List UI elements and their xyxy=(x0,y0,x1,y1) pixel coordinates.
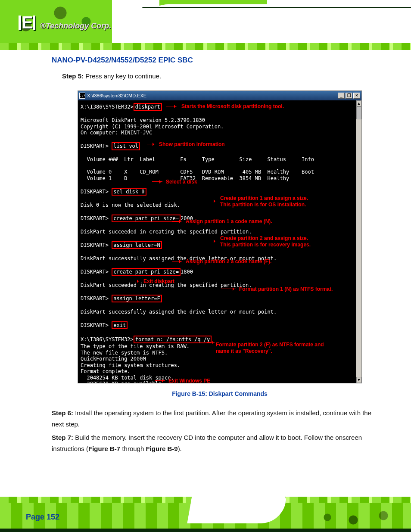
box-create1: create part pri size= xyxy=(112,215,181,223)
arrow-icon xyxy=(152,181,162,182)
header-thin-line xyxy=(142,7,411,8)
arrow-icon xyxy=(207,342,215,342)
scrollbar[interactable]: ▲ ▼ xyxy=(356,100,361,383)
arrow-icon xyxy=(147,144,156,144)
arrow-icon xyxy=(155,380,165,381)
box-format1: format n: /fs:ntfs /q /y xyxy=(134,336,212,344)
arrow-icon xyxy=(221,289,236,289)
annotation-exit-pe: Exit Windows PE xyxy=(168,378,210,383)
step-7-label: Step 7: xyxy=(52,434,73,441)
annotation-exit-diskpart: Exit diskpart xyxy=(143,278,174,285)
arrow-icon xyxy=(130,281,140,281)
cmd-icon: C:\ xyxy=(79,93,85,99)
document-title-area: NANO-PV-D4252/N4552/D5252 EPIC SBC xyxy=(52,56,379,65)
box-seldisk: sel disk 0 xyxy=(112,188,146,196)
product-title: NANO-PV-D4252/N4552/D5252 EPIC SBC xyxy=(52,56,379,65)
step-5-text: Press any key to continue. xyxy=(85,72,161,80)
brand-tagline: ®Technology Corp. xyxy=(40,22,112,31)
figure-caption: Figure B-15: Diskpart Commands xyxy=(78,390,362,397)
box-exit: exit xyxy=(112,321,128,330)
step-7-text-b: through xyxy=(120,445,146,452)
brand: E ®Technology Corp. xyxy=(18,13,111,32)
page-number: Page 152 xyxy=(26,513,59,522)
annotation-create1: Create partition 1 and assign a size. Th… xyxy=(220,195,308,208)
arrow-icon xyxy=(172,261,182,261)
arrow-icon xyxy=(202,241,217,241)
annotation-format1: Format partition 1 (N) as NTFS format. xyxy=(239,286,333,292)
post-steps: Step 6: Install the operating system to … xyxy=(52,405,379,454)
titlebar-buttons: _ ❐ × xyxy=(338,93,360,99)
annotation-format2: Formate partition 2 (F) as NTFS formate … xyxy=(216,342,324,354)
scroll-down-icon[interactable]: ▼ xyxy=(356,377,361,383)
page-footer: Page 152 xyxy=(0,482,411,532)
annotation-diskpart: Starts the Microsoft disk partitioning t… xyxy=(181,103,284,110)
annotation-assign2: Assign partition 2 a code name (F). xyxy=(186,258,271,265)
step-6-text: Install the operating system to the firs… xyxy=(52,409,371,428)
annotation-seldisk: Select a disk xyxy=(166,179,197,185)
step-6: Step 6: Install the operating system to … xyxy=(52,408,379,429)
footer-white-curve-inner xyxy=(187,496,286,523)
step-5: Step 5: Press any key to continue. xyxy=(62,72,161,80)
box-assignN: assign letter=N xyxy=(112,241,162,249)
step-7-ref1: Figure B-7 xyxy=(88,445,120,452)
cmd-titlebar: C:\ X:\I386\system32\CMD.EXE _ ❐ × xyxy=(78,91,361,100)
arrow-icon xyxy=(172,221,182,221)
scroll-up-icon[interactable]: ▲ xyxy=(356,100,361,106)
restore-button[interactable]: ❐ xyxy=(346,93,352,99)
step-7: Step 7: Build the memory. Insert the rec… xyxy=(52,432,379,454)
box-listvol: list vol xyxy=(112,142,140,150)
step-6-label: Step 6: xyxy=(52,409,73,417)
cmd-window: C:\ X:\I386\system32\CMD.EXE _ ❐ × X:\I3… xyxy=(78,90,362,383)
header-green-strip xyxy=(0,43,411,50)
annotation-assign1: Assign partition 1 a code name (N). xyxy=(186,218,272,225)
arrow-icon xyxy=(202,201,217,201)
header-white-curve xyxy=(142,4,411,47)
step-5-label: Step 5: xyxy=(62,72,84,80)
box-assignF: assign letter=F xyxy=(112,295,162,303)
scroll-thumb[interactable] xyxy=(356,106,361,119)
page-header: E ®Technology Corp. xyxy=(0,0,411,50)
box-diskpart: diskpart xyxy=(134,103,162,111)
footer-dark-line xyxy=(0,529,411,532)
close-button[interactable]: × xyxy=(353,93,360,99)
box-create2: create part pri size= xyxy=(112,268,181,276)
minimize-button[interactable]: _ xyxy=(338,93,345,99)
cmd-titlebar-text: X:\I386\system32\CMD.EXE xyxy=(87,93,146,98)
arrow-icon xyxy=(166,106,177,106)
step-7-ref2: Figure B-9 xyxy=(146,445,177,452)
step-7-text-c: ). xyxy=(178,445,182,452)
annotation-create2: Create partition 2 and assign a size. Th… xyxy=(220,235,311,248)
cmd-body: X:\I386\SYSTEM32>diskpart Microsoft Disk… xyxy=(78,100,357,383)
brand-logo: E xyxy=(18,13,36,32)
annotation-listvol: Show partition information xyxy=(159,141,225,148)
